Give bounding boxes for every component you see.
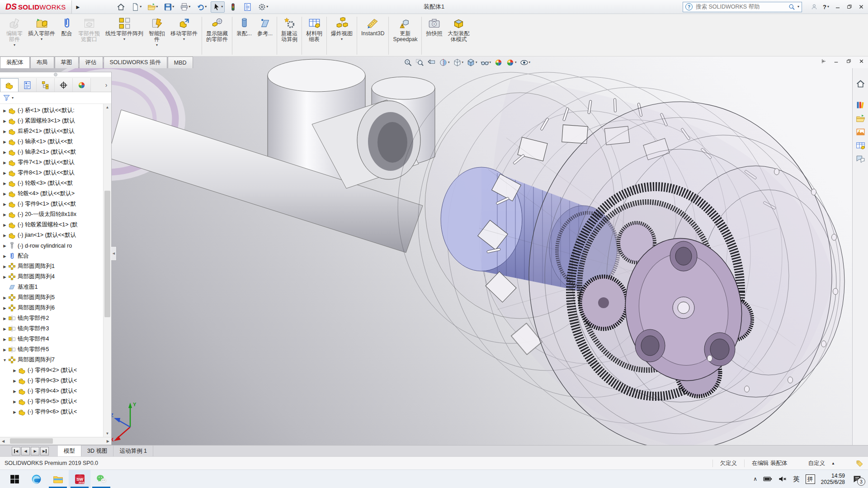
tree-item[interactable]: ▶零件8<1> (默认<<默认 — [0, 168, 104, 178]
design-library-button[interactable] — [856, 100, 865, 110]
expand-arrow-icon[interactable]: ▶ — [2, 264, 8, 269]
expand-arrow-icon[interactable]: ▶ — [2, 254, 8, 258]
last-tab-button[interactable]: ▶ — [40, 447, 49, 455]
expand-arrow-icon[interactable]: ▶ — [2, 244, 8, 248]
edit-appearance-button[interactable] — [494, 58, 503, 67]
taskbar-clock[interactable]: 14:59 2025/6/28 — [821, 473, 845, 485]
tree-item[interactable]: ▶镜向零部件3 — [0, 324, 104, 334]
search-icon[interactable] — [788, 4, 795, 10]
section-view-button[interactable]: ▾ — [439, 58, 450, 67]
tree-item[interactable]: ▶镜向零部件5 — [0, 344, 104, 355]
expand-arrow-icon[interactable]: ▶ — [2, 202, 8, 206]
expand-arrow-icon[interactable]: ▶ — [12, 389, 18, 394]
tree-item[interactable]: ▶轮毂<4> (默认<<默认> — [0, 188, 104, 199]
expand-arrow-icon[interactable]: ▶ — [2, 212, 8, 217]
apply-scene-button[interactable]: ▾ — [506, 58, 517, 67]
tree-item[interactable]: ▶局部圆周阵列1 — [0, 261, 104, 272]
view-palette-button[interactable] — [856, 127, 865, 137]
battery-icon[interactable] — [763, 474, 772, 483]
expand-arrow-icon[interactable]: ▶ — [2, 150, 8, 155]
display-style-button[interactable]: ▾ — [467, 58, 477, 67]
ime-mode-indicator[interactable]: 拼 — [806, 474, 815, 484]
tree-item[interactable]: ▶(-) 桥<1> (默认<<默认: — [0, 105, 104, 116]
custom-properties-button[interactable] — [856, 141, 865, 150]
previous-view-button[interactable] — [427, 58, 436, 67]
tree-item[interactable]: ▶镜向零部件4 — [0, 334, 104, 344]
previous-tab-button[interactable]: ◀ — [21, 447, 30, 455]
edge-taskbar-button[interactable] — [25, 470, 47, 488]
expand-arrow-icon[interactable]: ▶ — [2, 181, 8, 186]
close-icon[interactable] — [858, 4, 864, 10]
win-collapse-button[interactable] — [821, 58, 826, 64]
tree-item[interactable]: ▶后桥2<1> (默认<<默认 — [0, 126, 104, 136]
expand-arrow-icon[interactable]: ▶ — [12, 368, 18, 373]
next-tab-button[interactable]: ▶ — [31, 447, 39, 455]
hide-show-items-button[interactable]: ▾ — [481, 58, 491, 67]
configuration-selector[interactable]: 自定义 ▲ — [808, 460, 835, 467]
view-tab-0[interactable]: 模型 — [58, 446, 81, 456]
tree-item[interactable]: ▶局部圆周阵列5 — [0, 292, 104, 303]
tree-item[interactable]: ▼局部圆周阵列7 — [0, 355, 104, 365]
minimize-icon[interactable] — [835, 4, 841, 10]
expand-arrow-icon[interactable]: ▶ — [12, 410, 18, 414]
panel-tabs-more-icon[interactable]: › — [101, 78, 111, 92]
bom-button[interactable]: 材料明 细表 — [303, 15, 325, 56]
ime-language-indicator[interactable]: 英 — [793, 475, 800, 483]
panel-tab-property-manager[interactable] — [19, 78, 37, 92]
expand-arrow-icon[interactable]: ▶ — [2, 119, 8, 123]
tree-item[interactable]: ▶(-) 轴承<1> (默认<<默 — [0, 136, 104, 147]
save-button[interactable]: ▾ — [162, 1, 176, 13]
ribbon-tab-2[interactable]: 草图 — [55, 56, 79, 68]
tree-item[interactable]: ▶局部圆周阵列6 — [0, 303, 104, 313]
expand-arrow-icon[interactable]: ▶ — [2, 171, 8, 175]
taskpane-home-button[interactable] — [856, 79, 865, 89]
tree-item[interactable]: ▶(-) 零件9<1> (默认<<默 — [0, 199, 104, 209]
forum-button[interactable] — [856, 155, 865, 164]
tree-item[interactable]: 基准面1 — [0, 282, 104, 292]
search-input[interactable] — [695, 3, 786, 10]
motion-study-button[interactable]: 新建运 动算例 — [278, 15, 300, 56]
ribbon-tab-0[interactable]: 装配体 — [0, 56, 30, 68]
wechat-taskbar-button[interactable] — [90, 470, 112, 488]
expand-arrow-icon[interactable]: ▶ — [2, 223, 8, 227]
expand-arrow-icon[interactable]: ▶ — [2, 140, 8, 144]
expand-arrow-icon[interactable]: ▶ — [12, 399, 18, 404]
view-tab-2[interactable]: 运动算例 1 — [113, 446, 153, 456]
scrollbar-thumb[interactable] — [104, 191, 110, 317]
tree-item[interactable]: ▶(-) 零件9<5> (默认< — [0, 396, 104, 407]
tree-item[interactable]: ▶配合 — [0, 251, 104, 261]
panel-tab-appearances[interactable] — [73, 78, 91, 92]
expand-arrow-icon[interactable]: ▶ — [2, 129, 8, 134]
search-box[interactable]: ? ▾ — [683, 2, 802, 12]
mate-button[interactable]: 配合 — [58, 15, 75, 56]
smart-fasteners-button[interactable]: 智能扣 件▾ — [146, 15, 168, 56]
scroll-up-icon[interactable]: ▲ — [104, 104, 111, 111]
exploded-view-button[interactable]: 爆炸视图▾ — [328, 15, 355, 56]
tree-item[interactable]: ▶零件7<1> (默认<<默认 — [0, 157, 104, 168]
filter-icon[interactable] — [3, 94, 10, 102]
restore-icon[interactable] — [846, 4, 853, 10]
move-component-button[interactable]: 移动零部件▾ — [168, 15, 200, 56]
expand-arrow-icon[interactable]: ▶ — [2, 192, 8, 196]
rebuild-button[interactable] — [227, 1, 239, 13]
scroll-down-icon[interactable]: ▼ — [104, 430, 111, 437]
zoom-fit-button[interactable] — [404, 58, 412, 67]
assembly-3d-view[interactable] — [0, 56, 868, 445]
ribbon-tab-4[interactable]: SOLIDWORKS 插件 — [104, 56, 167, 68]
view-settings-button[interactable]: ▾ — [520, 58, 531, 67]
panel-grip[interactable] — [0, 72, 111, 77]
update-speedpak-button[interactable]: 更新 Speedpak — [390, 15, 420, 56]
expand-arrow-icon[interactable]: ▶ — [2, 233, 8, 238]
insert-component-button[interactable]: 插入零部件▾ — [25, 15, 58, 56]
help-menu[interactable]: ?▾ — [823, 4, 829, 10]
scroll-right-icon[interactable]: ▶ — [107, 439, 109, 443]
tree-item[interactable]: ▶(-) 零件9<6> (默认< — [0, 407, 104, 417]
large-assembly-mode-button[interactable]: 大型装配 体模式 — [445, 15, 472, 56]
tree-item[interactable]: ▶(-) d-row cylindrical ro — [0, 240, 104, 251]
tree-item[interactable]: ▶(-) 轮毂紧固螺栓<1> (默 — [0, 220, 104, 230]
show-hidden-button[interactable]: 显示隐藏 的零部件 — [203, 15, 231, 56]
expand-arrow-icon[interactable]: ▼ — [2, 358, 8, 362]
tree-item[interactable]: ▶(-) 零件9<4> (默认< — [0, 386, 104, 396]
reference-geometry-button[interactable]: 参考... — [255, 15, 275, 56]
expand-arrow-icon[interactable]: ▶ — [2, 306, 8, 310]
